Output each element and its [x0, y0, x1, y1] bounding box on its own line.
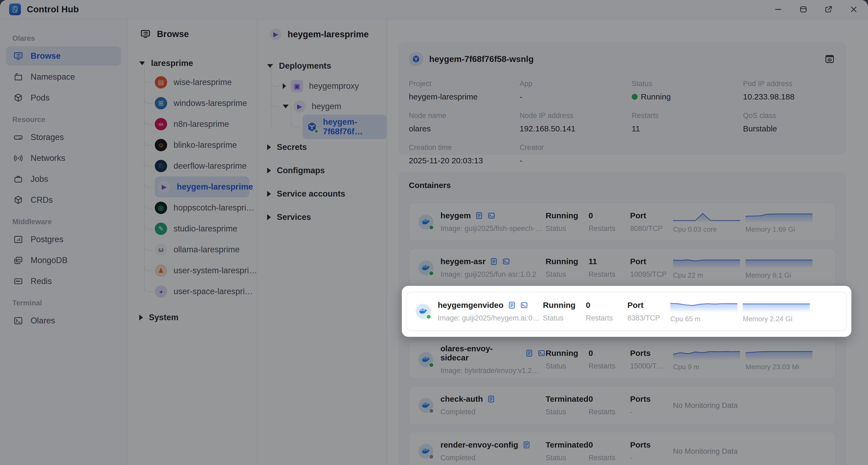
tree-node-system[interactable]: System: [139, 309, 257, 326]
container-logs-icon[interactable]: [508, 301, 516, 309]
sidebar-item-networks[interactable]: Networks: [6, 149, 121, 168]
containers-title: Containers: [409, 181, 836, 190]
tree-node-configmaps[interactable]: Configmaps: [267, 160, 386, 181]
tree-node-heygemproxy[interactable]: ▣ heygemproxy: [283, 76, 386, 96]
memory-usage-label: Memory 9.1 Gi: [745, 271, 812, 279]
cpu-usage-label: Cpu 0.03 core: [673, 225, 740, 234]
container-terminal-icon[interactable]: [520, 301, 528, 309]
container-row[interactable]: olares-envoy-sidecar Image: bytetrade/en…: [409, 340, 836, 379]
status-badge: Running: [641, 92, 671, 101]
chevron-collapsed-icon[interactable]: [267, 214, 271, 220]
sidebar-item-redis[interactable]: Redis: [6, 272, 121, 291]
sidebar-item-namespace[interactable]: Namespace: [6, 67, 121, 87]
tree-app-n8n[interactable]: ∞ n8n-laresprime: [155, 114, 257, 135]
sidebar-item-crds[interactable]: CRDs: [6, 190, 121, 210]
wise-app-icon: ▤: [155, 76, 167, 89]
container-restarts: 11: [589, 257, 630, 266]
tree-node-deployments[interactable]: Deployments: [267, 56, 386, 76]
tree-app-blinko[interactable]: ☺ blinko-laresprime: [155, 135, 257, 156]
sidebar-item-storages[interactable]: Storages: [6, 128, 121, 147]
container-ports-value: -: [630, 408, 669, 416]
tree-app-heygem[interactable]: ▶ heygem-laresprime: [155, 177, 249, 197]
sidebar-section-resource: Resource: [12, 116, 127, 124]
tree-node-pod-heygem[interactable]: heygem-7f68f76f…: [303, 117, 386, 137]
chevron-expanded-icon[interactable]: [283, 104, 289, 108]
sidebar-item-mongodb[interactable]: MongoDB: [6, 251, 121, 270]
tree-node-service-accounts[interactable]: Service accounts: [267, 184, 386, 204]
field-qos: QoS class Burstable: [743, 112, 836, 133]
field-project: Project heygem-laresprime: [409, 80, 520, 101]
container-status: Running: [543, 301, 586, 310]
heygem-app-icon: ▶: [158, 181, 170, 193]
container-restarts-label: Restarts: [586, 314, 627, 322]
watch-events-icon[interactable]: [824, 53, 836, 65]
container-row[interactable]: heygem-asr Image: guiji2025/fun-asr:1.0.…: [409, 248, 836, 287]
user-space-app-icon: ◕: [155, 285, 167, 298]
network-icon: [13, 153, 24, 163]
tree-node-services[interactable]: Services: [267, 207, 386, 227]
container-status-dot: [429, 454, 434, 459]
container-restarts-label: Restarts: [589, 270, 630, 279]
user-system-app-icon: ♟: [155, 265, 167, 277]
sidebar-section-middleware: Middleware: [12, 218, 127, 226]
chevron-collapsed-icon[interactable]: [267, 167, 271, 174]
workload-panel-title: heygem-laresprime: [287, 29, 369, 39]
tree-node-secrets[interactable]: Secrets: [267, 137, 386, 157]
container-row[interactable]: heygemgenvideo Image: guiji2025/heygem.a…: [406, 292, 847, 331]
chevron-collapsed-icon[interactable]: [267, 191, 271, 197]
close-icon[interactable]: [849, 4, 859, 14]
container-status-dot: [426, 314, 431, 319]
docker-whale-icon: [418, 260, 433, 275]
container-terminal-icon[interactable]: [537, 349, 546, 357]
tree-app-ollama[interactable]: ω ollama-laresprime: [155, 239, 257, 260]
container-ports-value: 8383/TCP: [627, 314, 666, 322]
chevron-collapsed-icon[interactable]: [283, 83, 286, 89]
tree-app-deerflow[interactable]: ♘ deerflow-laresprime: [155, 156, 257, 177]
container-status-label: Status: [546, 408, 589, 416]
container-restarts-label: Restarts: [589, 454, 630, 462]
field-node-name: Node name olares: [409, 112, 520, 133]
container-row[interactable]: render-envoy-config Completed Terminated…: [409, 432, 836, 465]
open-external-icon[interactable]: [824, 4, 834, 14]
container-logs-icon[interactable]: [490, 257, 498, 266]
sidebar-item-postgres[interactable]: Postgres: [6, 230, 121, 249]
tree-app-wise[interactable]: ▤ wise-laresprime: [155, 72, 257, 93]
container-image: Image: guiji2025/heygem.ai:0.0.7_sdk_sli…: [438, 314, 540, 322]
memory-usage-label: Memory 23.03 Mi: [745, 363, 812, 371]
sidebar-item-browse[interactable]: Browse: [6, 46, 121, 66]
sidebar-item-pods[interactable]: Pods: [6, 88, 121, 107]
window-title: Control Hub: [27, 4, 79, 14]
tree-app-user-system[interactable]: ♟ user-system-larespri…: [155, 260, 257, 281]
container-status: Running: [546, 349, 589, 358]
container-ports-label: Port: [627, 301, 666, 310]
sidebar-item-label: Namespace: [31, 72, 75, 82]
cpu-sparkline: Cpu 22 m: [673, 256, 740, 279]
maximize-icon[interactable]: [798, 4, 808, 14]
container-logs-icon[interactable]: [475, 212, 483, 220]
tree-node-laresprime[interactable]: laresprime: [139, 55, 257, 72]
sidebar-item-olares-terminal[interactable]: Olares: [6, 311, 121, 330]
chevron-collapsed-icon[interactable]: [267, 144, 271, 150]
container-row[interactable]: heygem Image: guiji2025/fish-speech-zimi…: [409, 203, 836, 241]
browse-panel: Browse laresprime ▤ wise-laresprime ⊞ wi…: [127, 19, 257, 465]
container-logs-icon[interactable]: [523, 441, 531, 449]
minimize-icon[interactable]: [773, 4, 783, 14]
container-terminal-icon[interactable]: [487, 212, 495, 220]
tree-app-windows[interactable]: ⊞ windows-laresprime: [155, 93, 257, 114]
docker-whale-icon: [418, 444, 433, 459]
tree-app-user-space[interactable]: ◕ user-space-larespri…: [155, 281, 257, 302]
sidebar-item-jobs[interactable]: Jobs: [6, 169, 121, 189]
container-image: Image: bytetrade/envoy:v1.25.11.1: [440, 367, 542, 375]
container-logs-icon[interactable]: [525, 349, 533, 357]
tree-app-hoppscotch[interactable]: ◎ hoppscotch-larespri…: [155, 197, 257, 218]
container-row[interactable]: check-auth Completed TerminatedStatus 0R…: [409, 386, 836, 425]
field-node-ip: Node IP address 192.168.50.141: [520, 112, 632, 133]
container-terminal-icon[interactable]: [502, 257, 510, 266]
container-logs-icon[interactable]: [487, 395, 495, 403]
memory-sparkline: Memory 2.24 Gi: [743, 300, 810, 323]
tree-app-studio[interactable]: ✎ studio-laresprime: [155, 218, 257, 239]
sidebar: Olares Browse Namespace Pods Resource St…: [0, 19, 127, 465]
container-status-label: Status: [546, 362, 589, 370]
container-status: Running: [546, 211, 589, 220]
chevron-collapsed-icon[interactable]: [139, 315, 143, 320]
